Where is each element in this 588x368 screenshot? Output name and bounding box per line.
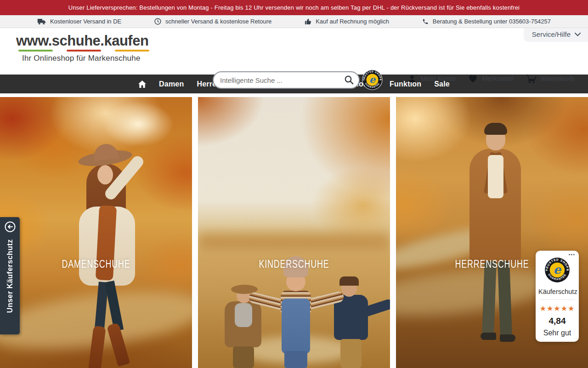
- woman-face: [97, 165, 113, 184]
- kinder-photo: [198, 97, 390, 368]
- announcement-bar: Unser Lieferversprechen: Bestellungen vo…: [0, 0, 588, 15]
- truck-icon: [37, 18, 46, 25]
- trusted-shops-seal: TRUSTED SHOPS GUARANTEE e: [544, 257, 570, 283]
- clock-icon: [154, 18, 161, 25]
- buyer-protection-tab[interactable]: Unser Käuferschutz: [0, 217, 20, 334]
- announcement-text: Unser Lieferversprechen: Bestellungen vo…: [68, 4, 520, 11]
- woman-hat-crown: [93, 143, 119, 161]
- wishlist-button[interactable]: Merkzettel: [468, 74, 514, 83]
- hero-slide-damenschuhe[interactable]: DAMENSCHUHE: [0, 97, 192, 368]
- boy2-hair: [339, 276, 359, 286]
- boy1-legs: [233, 346, 254, 368]
- hero-label-damenschuhe: DAMENSCHUHE: [21, 258, 171, 270]
- rating-stars: ★★★★★: [538, 304, 576, 313]
- chevron-down-icon: [575, 33, 581, 36]
- widget-divider: [539, 299, 575, 300]
- logo-bar-red: [67, 50, 101, 52]
- collapse-arrow-button[interactable]: [4, 221, 16, 233]
- usp-item-shipping: Kostenloser Versand in DE: [37, 18, 121, 25]
- damen-photo: [0, 97, 192, 368]
- widget-menu-dots[interactable]: •••: [568, 252, 575, 257]
- usp-label: Kostenloser Versand in DE: [50, 18, 121, 25]
- search-bar: [213, 71, 360, 89]
- thumbs-up-icon: [305, 18, 311, 25]
- usp-bar: Kostenloser Versand in DE schneller Vers…: [0, 15, 588, 28]
- search-button[interactable]: [344, 75, 354, 85]
- home-icon: [138, 80, 146, 88]
- usp-label: Beratung & Bestellung unter 035603-75425…: [433, 18, 551, 25]
- cart-label: Warenkorb: [541, 75, 574, 82]
- girl-overalls: [282, 299, 310, 354]
- nav-home[interactable]: [138, 80, 146, 88]
- girl-legs: [284, 351, 307, 368]
- man-sweater: [488, 155, 503, 198]
- badge-letter: e: [369, 74, 376, 85]
- phone-icon: [422, 18, 429, 25]
- widget-title: Käuferschutz: [538, 288, 576, 295]
- user-icon: [407, 74, 417, 83]
- cart-icon: [526, 74, 537, 83]
- search-input[interactable]: [214, 76, 344, 84]
- rating-grade: Sehr gut: [538, 329, 576, 337]
- search-icon: [344, 75, 354, 85]
- wishlist-label: Merkzettel: [482, 75, 514, 82]
- tree-line: [198, 233, 390, 251]
- park-path: [396, 262, 554, 323]
- boy2-legs: [340, 339, 362, 368]
- man-hair: [484, 123, 507, 135]
- my-account-label: Mein Konto: [421, 75, 456, 82]
- trusted-shops-widget[interactable]: ••• TRUSTED SHOPS GUARANTEE e Käuferschu…: [536, 251, 579, 342]
- trusted-shops-badge[interactable]: TRUSTED SHOPS GUARANTEE e: [362, 69, 383, 90]
- logo-underline-bars: [18, 50, 149, 52]
- usp-label: schneller Versand & kostenlose Retoure: [165, 18, 271, 25]
- cart-button[interactable]: Warenkorb: [526, 74, 574, 83]
- man-shoe: [481, 333, 496, 340]
- header: www.schuhe.kaufen Ihr Onlineshop für Mar…: [0, 28, 588, 75]
- badge-letter: e: [554, 263, 562, 276]
- logo-title: www.schuhe.kaufen: [16, 33, 149, 49]
- man-shoe: [500, 334, 515, 342]
- rating-value: 4,84: [538, 316, 576, 326]
- man-leg: [482, 261, 497, 335]
- buyer-protection-label: Unser Käuferschutz: [6, 239, 14, 313]
- logo-subtitle: Ihr Onlineshop für Markenschuhe: [22, 54, 149, 63]
- account-area: Mein Konto Merkzettel Warenkorb: [407, 74, 574, 83]
- my-account-button[interactable]: Mein Konto: [407, 74, 456, 83]
- hero-banner: DAMENSCHUHE KINDERSCHUHE: [0, 97, 588, 368]
- hero-label-kinderschuhe: KINDERSCHUHE: [219, 258, 369, 270]
- service-help-menu[interactable]: Service/Hilfe: [524, 28, 588, 42]
- logo-bar-yellow: [115, 50, 149, 52]
- heart-icon: [468, 74, 478, 83]
- boy1-hoodie: [235, 303, 252, 327]
- usp-item-fast: schneller Versand & kostenlose Retoure: [154, 18, 271, 25]
- arrow-left-circle-icon: [4, 221, 16, 233]
- nav-item-damen[interactable]: Damen: [159, 80, 184, 88]
- usp-item-hotline: Beratung & Bestellung unter 035603-75425…: [422, 18, 551, 25]
- logo-bar-green: [18, 50, 53, 52]
- shop-logo[interactable]: www.schuhe.kaufen Ihr Onlineshop für Mar…: [16, 33, 149, 63]
- usp-label: Kauf auf Rechnung möglich: [316, 18, 389, 25]
- hero-slide-kinderschuhe[interactable]: KINDERSCHUHE: [198, 97, 390, 368]
- service-help-label: Service/Hilfe: [532, 30, 571, 38]
- usp-item-invoice: Kauf auf Rechnung möglich: [305, 18, 389, 25]
